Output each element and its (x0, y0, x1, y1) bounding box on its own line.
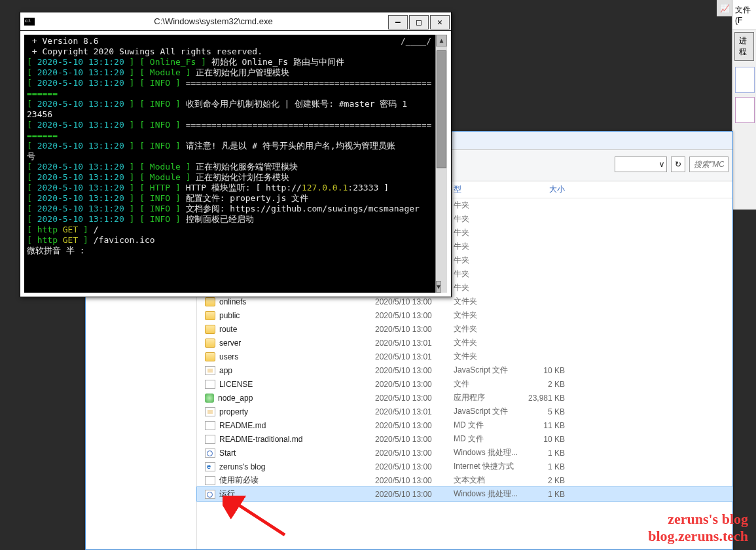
tab-processes[interactable]: 进程 (734, 32, 754, 61)
file-type: 牛夹 (446, 255, 524, 266)
terminal-line: [ 2020-5-10 13:1:20 ] [ INFO ] 文档参阅: htt… (27, 204, 444, 214)
file-icon (205, 435, 215, 444)
file-date: 2020/5/10 13:00 (367, 325, 446, 334)
minimize-button[interactable]: — (388, 15, 408, 29)
table-row[interactable]: app2020/5/10 13:00JavaScript 文件10 KB (197, 363, 732, 377)
file-name: zeruns's blog (219, 462, 265, 471)
taskmgr-chart-icon: 📈 (717, 0, 733, 16)
terminal-line: [ 2020-5-10 13:1:20 ] [ INFO ] 请注意! 凡是以 … (27, 141, 444, 151)
cmd-window[interactable]: C:\Windows\system32\cmd.exe — □ ✕ + Vers… (20, 12, 452, 297)
terminal-line: 微软拼音 半 : (27, 246, 444, 256)
cmd-title-text: C:\Windows\system32\cmd.exe (39, 16, 388, 26)
right-panel-fragment: 文件(F 进程 (732, 0, 756, 210)
file-size: 1 KB (524, 462, 577, 471)
watermark: zeruns's blog blog.zeruns.tech (648, 511, 748, 545)
file-type: 文件夹 (446, 310, 524, 321)
file-name: README.md (219, 421, 266, 430)
file-name: public (219, 311, 240, 320)
table-row[interactable]: property2020/5/10 13:01JavaScript 文件5 KB (197, 405, 732, 418)
file-size: 2 KB (524, 380, 577, 389)
file-type: 文本文档 (446, 475, 524, 486)
file-date: 2020/5/10 13:00 (367, 490, 446, 499)
cmd-titlebar[interactable]: C:\Windows\system32\cmd.exe — □ ✕ (20, 12, 451, 31)
terminal-line: [ 2020-5-10 13:1:20 ] [ Module ] 正在初始化服务… (27, 162, 444, 172)
file-date: 2020/5/10 13:00 (367, 297, 446, 306)
table-row[interactable]: README.md2020/5/10 13:00MD 文件11 KB (197, 418, 732, 432)
terminal-line: [ 2020-5-10 13:1:20 ] [ INFO ] 收到命令用户机制初… (27, 99, 444, 109)
file-size: 1 KB (524, 449, 577, 458)
file-name: app (219, 366, 232, 375)
file-date: 2020/5/10 13:00 (367, 311, 446, 320)
col-type[interactable]: 型 (446, 184, 524, 195)
file-size: 10 KB (524, 366, 577, 375)
file-size: 23,981 KB (524, 394, 577, 403)
watermark-line2: blog.zeruns.tech (648, 528, 748, 545)
file-name: onlinefs (219, 297, 246, 306)
table-row[interactable]: README-traditional.md2020/5/10 13:00MD 文… (197, 432, 732, 446)
file-name: README-traditional.md (219, 435, 302, 444)
file-date: 2020/5/10 13:00 (367, 421, 446, 430)
search-input[interactable] (689, 156, 729, 172)
table-row[interactable]: public2020/5/10 13:00文件夹 (197, 308, 732, 322)
watermark-line1: zeruns's blog (648, 511, 748, 528)
table-row[interactable]: zeruns's blog2020/5/10 13:00Internet 快捷方… (197, 460, 732, 473)
terminal-line: [ 2020-5-10 13:1:20 ] [ Online_Fs ] 初始化 … (27, 57, 444, 67)
table-row[interactable]: server2020/5/10 13:01文件夹 (197, 336, 732, 350)
file-type: JavaScript 文件 (446, 365, 524, 376)
table-row[interactable]: node_app2020/5/10 13:00应用程序23,981 KB (197, 391, 732, 405)
table-row[interactable]: users2020/5/10 13:01文件夹 (197, 350, 732, 363)
refresh-icon: ↻ (675, 160, 681, 169)
table-row[interactable]: 运行2020/5/10 13:00Windows 批处理...1 KB (197, 487, 732, 501)
file-icon (205, 476, 215, 485)
chevron-down-icon: v (660, 160, 664, 169)
file-date: 2020/5/10 13:00 (367, 366, 446, 375)
col-size[interactable]: 大小 (524, 184, 577, 195)
file-size: 2 KB (524, 476, 577, 485)
menu-file[interactable]: 文件(F (732, 0, 756, 30)
maximize-button[interactable]: □ (409, 15, 429, 29)
terminal-line: + Version 8.6 (27, 36, 444, 46)
file-name: server (219, 339, 241, 348)
file-icon (205, 339, 215, 348)
table-row[interactable]: 使用前必读2020/5/10 13:00文本文档2 KB (197, 473, 732, 487)
file-icon (205, 366, 215, 375)
file-name: Start (219, 449, 236, 458)
file-date: 2020/5/10 13:00 (367, 449, 446, 458)
file-name: 运行 (219, 488, 235, 500)
file-type: JavaScript 文件 (446, 406, 524, 417)
file-type: MD 文件 (446, 433, 524, 445)
table-row[interactable]: route2020/5/10 13:00文件夹 (197, 322, 732, 336)
file-date: 2020/5/10 13:00 (367, 462, 446, 471)
scroll-track[interactable] (436, 46, 447, 281)
refresh-button[interactable]: ↻ (671, 156, 685, 172)
close-button[interactable]: ✕ (430, 15, 450, 29)
cmd-icon (24, 18, 35, 26)
file-type: 文件夹 (446, 296, 524, 307)
graph-box-2 (735, 97, 755, 123)
cmd-scrollbar[interactable]: ▲ ▼ (435, 35, 447, 293)
table-row[interactable]: LICENSE2020/5/10 13:00文件2 KB (197, 377, 732, 391)
file-date: 2020/5/10 13:00 (367, 435, 446, 444)
cmd-terminal[interactable]: + Version 8.6 + Copyright 2020 Suwings A… (24, 35, 447, 293)
file-icon (205, 297, 215, 306)
file-type: 牛夹 (446, 227, 524, 238)
file-icon (205, 407, 215, 416)
file-type: 牛夹 (446, 268, 524, 280)
file-name: 使用前必读 (219, 475, 259, 486)
file-type: 文件 (446, 378, 524, 390)
scroll-thumb[interactable] (437, 50, 446, 168)
file-date: 2020/5/10 13:00 (367, 380, 446, 389)
file-type: 文件夹 (446, 351, 524, 362)
terminal-line: + Copyright 2020 Suwings All rights rese… (27, 46, 444, 57)
scroll-down-button[interactable]: ▼ (436, 281, 441, 293)
address-bar-end[interactable]: v (615, 156, 667, 172)
terminal-line: [ 2020-5-10 13:1:20 ] [ INFO ] =========… (27, 78, 444, 88)
file-size: 1 KB (524, 490, 577, 499)
file-size: 10 KB (524, 435, 577, 444)
table-row[interactable]: Start2020/5/10 13:00Windows 批处理...1 KB (197, 446, 732, 460)
file-type: Windows 批处理... (446, 447, 524, 458)
file-icon (205, 325, 215, 334)
terminal-line: [ 2020-5-10 13:1:20 ] [ HTTP ] HTTP 模块监听… (27, 183, 444, 193)
scroll-up-button[interactable]: ▲ (436, 35, 447, 46)
file-date: 2020/5/10 13:01 (367, 352, 446, 361)
